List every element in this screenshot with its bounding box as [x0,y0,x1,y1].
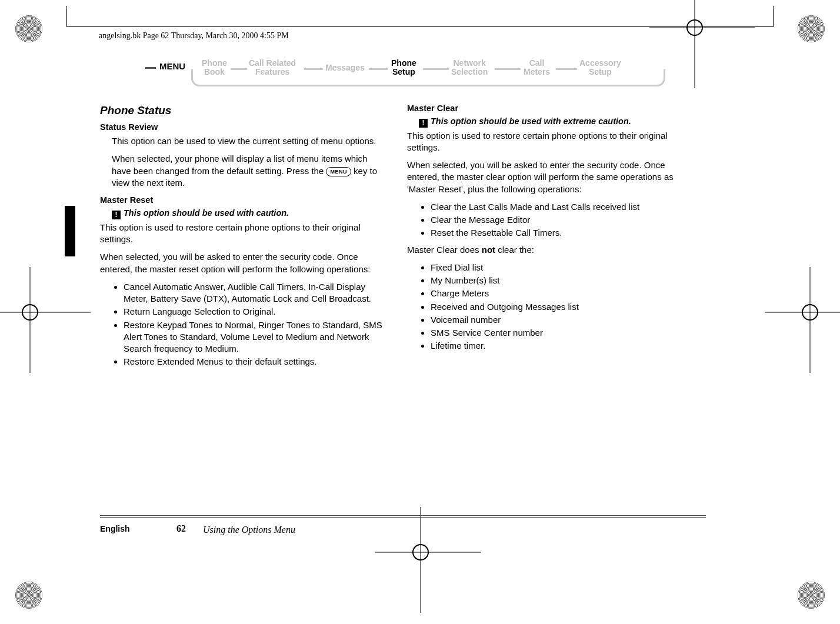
list-item: Restore Extended Menus to their default … [124,356,388,368]
nav-call-meters: Call Meters [524,59,550,77]
subheading-master-clear: Master Clear [407,103,695,115]
text: clear the: [495,245,534,255]
exclamation-icon: ! [419,119,428,128]
document-page: angelsing.bk Page 62 Thursday, March 30,… [0,0,840,624]
registration-disc [798,582,825,609]
nav-phone-book: Phone Book [202,59,227,77]
paragraph: When selected, you will be asked to ente… [407,159,695,195]
list-item: Charge Meters [431,288,695,299]
footer-rule [100,515,706,516]
registration-disc [798,15,825,42]
crop-mark [66,18,774,27]
caution-note: !This option should be used with extreme… [419,116,695,128]
list-item: Clear the Last Calls Made and Last Calls… [431,201,695,213]
nav-connector [423,68,449,76]
registration-cross [15,298,45,327]
caution-text: This option should be used with extreme … [431,116,631,126]
edge-tab-marker [65,206,75,256]
registration-disc [15,582,42,609]
bullet-list: Cancel Automatic Answer, Audible Call Ti… [113,281,388,368]
subheading-master-reset: Master Reset [100,195,388,206]
text-emphasis: not [482,245,495,255]
list-item: Fixed Dial list [431,262,695,273]
bullet-list: Fixed Dial list My Number(s) list Charge… [420,262,695,352]
caution-text: This option should be used with caution. [124,208,289,218]
subheading-status-review: Status Review [100,122,388,134]
nav-messages: Messages [325,64,365,72]
menu-lead-mark [145,67,156,69]
footer-page-number: 62 [176,523,186,534]
nav-accessory-setup: Accessory Setup [579,59,621,77]
paragraph: This option is used to restore certain p… [407,130,695,154]
nav-connector [231,68,247,76]
list-item: Return Language Selection to Original. [124,306,388,318]
list-item: SMS Service Center number [431,327,695,339]
paragraph: When selected, your phone will display a… [112,153,388,189]
paragraph: Master Clear does not clear the: [407,244,695,256]
menu-root-label: MENU [159,61,185,71]
section-heading-phone-status: Phone Status [100,103,388,118]
header-line: angelsing.bk Page 62 Thursday, March 30,… [99,31,289,41]
registration-cross [795,298,825,327]
footer-rule [100,517,706,518]
footer-section-title: Using the Options Menu [203,525,295,535]
list-item: Cancel Automatic Answer, Audible Call Ti… [124,281,388,305]
nav-call-related-features: Call Related Features [249,59,296,77]
footer-language: English [100,524,130,533]
list-item: My Number(s) list [431,275,695,286]
nav-connector [369,68,388,76]
nav-network-selection: Network Selection [451,59,488,77]
list-item: Clear the Message Editor [431,214,695,226]
registration-cross [406,538,435,567]
paragraph: This option can be used to view the curr… [112,135,388,147]
list-item: Reset the Resettable Call Timers. [431,227,695,239]
nav-phone-setup: Phone Setup [391,59,416,77]
text: Master Clear does [407,245,482,255]
nav-connector [556,68,577,76]
exclamation-icon: ! [112,211,121,219]
menu-breadcrumb: MENU Phone Book Call Related Features Me… [156,56,668,89]
registration-disc [15,15,42,42]
nav-connector [304,68,323,76]
paragraph: When selected, you will be asked to ente… [100,251,388,275]
menu-key-icon: MENU [326,167,351,176]
list-item: Voicemail number [431,314,695,326]
right-column: Master Clear !This option should be used… [407,103,695,357]
list-item: Received and Outgoing Messages list [431,301,695,313]
paragraph: This option is used to restore certain p… [100,222,388,246]
nav-connector [495,68,521,76]
list-item: Lifetime timer. [431,340,695,352]
left-column: Phone Status Status Review This option c… [100,103,388,373]
bullet-list: Clear the Last Calls Made and Last Calls… [420,201,695,239]
list-item: Restore Keypad Tones to Normal, Ringer T… [124,319,388,355]
caution-note: !This option should be used with caution… [112,208,388,219]
